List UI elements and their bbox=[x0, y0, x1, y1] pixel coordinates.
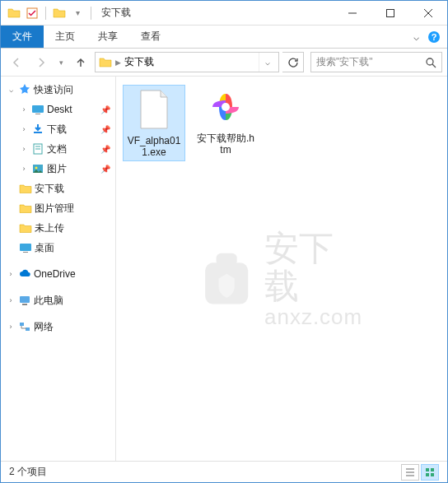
chevron-right-icon[interactable]: ▶ bbox=[115, 58, 121, 67]
search-placeholder: 搜索"安下载" bbox=[316, 55, 373, 69]
folder-icon[interactable] bbox=[51, 5, 68, 21]
svg-rect-10 bbox=[35, 114, 40, 114]
sidebar-item-label: 桌面 bbox=[35, 241, 54, 255]
back-button[interactable] bbox=[6, 52, 27, 73]
svg-point-7 bbox=[427, 58, 433, 65]
file-item[interactable]: 安下载帮助.htm bbox=[195, 85, 256, 156]
content-area: ⌵ 快速访问 › Deskt 📌 › 下载 📌 › 文档 📌 › 图片 📌 bbox=[1, 77, 447, 461]
folder-icon bbox=[19, 202, 32, 215]
search-input[interactable]: 搜索"安下载" bbox=[310, 52, 442, 72]
quick-access-toolbar: ▾ bbox=[1, 5, 95, 21]
sidebar-item-label: 图片管理 bbox=[35, 202, 74, 216]
watermark-url: anxz.com bbox=[264, 304, 365, 328]
sidebar-item-label: 快速访问 bbox=[34, 83, 73, 97]
statusbar: 2 个项目 bbox=[1, 461, 447, 482]
star-icon bbox=[18, 83, 31, 96]
expand-icon[interactable]: › bbox=[19, 165, 29, 173]
expand-icon[interactable]: › bbox=[19, 145, 29, 153]
close-button[interactable] bbox=[409, 1, 447, 26]
details-view-button[interactable] bbox=[401, 464, 419, 481]
navigation-pane: ⌵ 快速访问 › Deskt 📌 › 下载 📌 › 文档 📌 › 图片 📌 bbox=[1, 77, 116, 461]
svg-rect-17 bbox=[23, 252, 28, 253]
pin-icon: 📌 bbox=[100, 125, 110, 134]
sidebar-item-anxiazai[interactable]: 安下载 bbox=[1, 179, 115, 198]
file-name: 安下载帮助.htm bbox=[196, 132, 255, 156]
desktop-icon bbox=[19, 241, 32, 254]
desktop-icon bbox=[31, 103, 44, 116]
pin-icon: 📌 bbox=[100, 105, 110, 114]
sidebar-item-pic-manage[interactable]: 图片管理 bbox=[1, 198, 115, 218]
sidebar-item-label: 安下载 bbox=[35, 182, 64, 196]
cloud-icon bbox=[18, 267, 31, 281]
tab-file[interactable]: 文件 bbox=[1, 26, 44, 48]
file-item[interactable]: VF_alpha011.exe bbox=[123, 85, 185, 161]
document-icon bbox=[31, 142, 44, 156]
ribbon-tabs: 文件 主页 共享 查看 ⌵ ? bbox=[1, 26, 447, 49]
breadcrumb-current[interactable]: 安下载 bbox=[124, 55, 154, 69]
sidebar-quick-access[interactable]: ⌵ 快速访问 bbox=[1, 80, 115, 100]
sidebar-item-documents[interactable]: › 文档 📌 bbox=[1, 139, 115, 159]
sidebar-item-label: 文档 bbox=[47, 142, 67, 156]
sidebar-item-label: OneDrive bbox=[34, 268, 76, 280]
breadcrumb-dropdown-icon[interactable]: ⌵ bbox=[259, 53, 275, 72]
pin-icon: 📌 bbox=[100, 165, 110, 174]
svg-rect-18 bbox=[20, 296, 30, 303]
forward-button[interactable] bbox=[30, 52, 52, 73]
search-icon[interactable] bbox=[425, 57, 436, 68]
sidebar-item-label: 网络 bbox=[34, 320, 54, 334]
svg-point-15 bbox=[35, 167, 38, 170]
pin-icon: 📌 bbox=[100, 145, 110, 154]
window-controls bbox=[334, 1, 447, 26]
sidebar-this-pc[interactable]: › 此电脑 bbox=[1, 290, 115, 310]
svg-rect-24 bbox=[217, 253, 237, 266]
separator bbox=[91, 7, 91, 20]
expand-icon[interactable]: › bbox=[6, 296, 16, 304]
tab-share[interactable]: 共享 bbox=[86, 26, 129, 48]
tab-view[interactable]: 查看 bbox=[129, 26, 172, 48]
file-list[interactable]: VF_alpha011.exe 安下载帮助.htm 安下载 bbox=[116, 77, 447, 461]
expand-icon[interactable]: › bbox=[19, 125, 29, 133]
svg-line-8 bbox=[432, 64, 436, 67]
watermark: 安下载 anxz.com bbox=[198, 229, 364, 328]
download-icon bbox=[31, 123, 44, 136]
properties-icon[interactable] bbox=[24, 5, 40, 21]
sidebar-item-desktop[interactable]: › Deskt 📌 bbox=[1, 100, 115, 119]
sidebar-network[interactable]: › 网络 bbox=[1, 317, 115, 337]
expand-ribbon-icon[interactable]: ⌵ bbox=[413, 31, 419, 43]
sidebar-item-unuploaded[interactable]: 未上传 bbox=[1, 218, 115, 238]
sidebar-item-desktop2[interactable]: 桌面 bbox=[1, 238, 115, 258]
htm-file-icon bbox=[206, 85, 245, 129]
expand-icon[interactable]: ⌵ bbox=[6, 86, 16, 94]
sidebar-onedrive[interactable]: › OneDrive bbox=[1, 264, 115, 284]
maximize-button[interactable] bbox=[371, 1, 409, 26]
svg-rect-16 bbox=[20, 244, 31, 251]
sidebar-item-label: Deskt bbox=[47, 104, 72, 115]
file-name: VF_alpha011.exe bbox=[125, 135, 183, 159]
sidebar-item-downloads[interactable]: › 下载 📌 bbox=[1, 119, 115, 139]
refresh-button[interactable] bbox=[282, 52, 304, 72]
up-button[interactable] bbox=[70, 52, 91, 73]
svg-rect-19 bbox=[22, 304, 27, 305]
folder-icon[interactable] bbox=[6, 5, 22, 21]
qat-dropdown-icon[interactable]: ▾ bbox=[69, 5, 86, 21]
expand-icon[interactable]: › bbox=[6, 270, 16, 278]
picture-icon bbox=[31, 162, 44, 175]
sidebar-item-pictures[interactable]: › 图片 📌 bbox=[1, 159, 115, 179]
svg-rect-28 bbox=[426, 468, 429, 471]
tab-home[interactable]: 主页 bbox=[44, 26, 86, 48]
breadcrumb[interactable]: ▶ 安下载 ⌵ bbox=[95, 52, 279, 72]
svg-rect-29 bbox=[431, 468, 434, 471]
sidebar-item-label: 未上传 bbox=[35, 221, 64, 235]
exe-file-icon bbox=[134, 87, 174, 132]
icons-view-button[interactable] bbox=[421, 464, 439, 481]
expand-icon[interactable]: › bbox=[6, 323, 16, 331]
minimize-button[interactable] bbox=[334, 1, 371, 26]
separator bbox=[45, 7, 46, 20]
sidebar-item-label: 下载 bbox=[47, 123, 67, 137]
folder-icon bbox=[19, 221, 32, 235]
history-dropdown-icon[interactable]: ▾ bbox=[55, 52, 67, 73]
help-icon[interactable]: ? bbox=[427, 30, 441, 44]
svg-rect-23 bbox=[205, 262, 248, 304]
folder-icon bbox=[99, 56, 112, 69]
expand-icon[interactable]: › bbox=[19, 105, 29, 114]
